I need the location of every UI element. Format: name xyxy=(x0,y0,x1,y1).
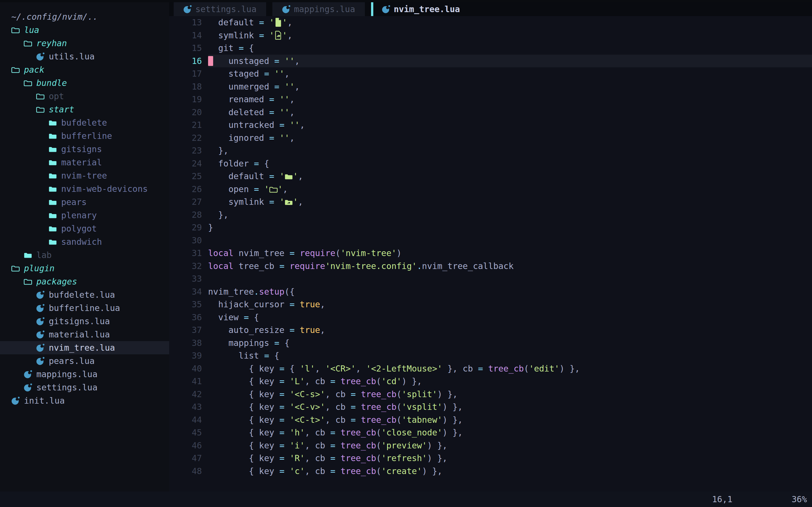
tab-label: nvim_tree.lua xyxy=(394,4,460,14)
code-line-21[interactable]: 21 untracked = '', xyxy=(169,119,812,131)
code-line-14[interactable]: 14 symlink = '', xyxy=(169,29,812,42)
tree-item-init-lua[interactable]: init.lua xyxy=(0,394,169,407)
line-number: 24 xyxy=(169,157,202,170)
tree-item-opt[interactable]: opt xyxy=(0,90,169,103)
line-number: 22 xyxy=(169,131,202,145)
code-line-22[interactable]: 22 ignored = '', xyxy=(169,131,812,145)
tree-item-nvim-tree-lua[interactable]: nvim_tree.lua xyxy=(0,341,169,354)
code-line-26[interactable]: 26 open = '', xyxy=(169,183,812,196)
code-line-18[interactable]: 18 unmerged = '', xyxy=(169,80,812,93)
code-line-17[interactable]: 17 staged = '', xyxy=(169,67,812,80)
tree-item-label: lab xyxy=(36,250,52,260)
code-line-20[interactable]: 20 deleted = '', xyxy=(169,106,812,119)
tree-item-gitsigns[interactable]: gitsigns xyxy=(0,143,169,156)
tab-mappings-lua[interactable]: mappings.lua xyxy=(272,2,365,16)
folder-icon xyxy=(49,238,57,246)
code-line-34[interactable]: 34nvim_tree.setup({ xyxy=(169,285,812,298)
tree-item-label: gitsigns xyxy=(61,144,102,154)
code-line-44[interactable]: 44 { key = '<C-t>', cb = tree_cb('tabnew… xyxy=(169,413,812,427)
tree-item-lua[interactable]: lua xyxy=(0,23,169,37)
tree-item-label: polygot xyxy=(61,224,97,233)
code-line-30[interactable]: 30 xyxy=(169,234,812,247)
tree-item-packages[interactable]: packages xyxy=(0,275,169,288)
tree-item-gitsigns-lua[interactable]: gitsigns.lua xyxy=(0,315,169,328)
code-line-16[interactable]: 16 unstaged = '', xyxy=(169,55,812,68)
line-number: 31 xyxy=(169,247,202,260)
code-line-40[interactable]: 40 { key = { 'l', '<CR>', '<2-LeftMouse>… xyxy=(169,362,812,375)
code-line-27[interactable]: 27 symlink = '', xyxy=(169,195,812,209)
tree-item-label: bufdelete.lua xyxy=(49,290,115,300)
tree-item-label: init.lua xyxy=(24,396,65,406)
tab-nvim-tree-lua[interactable]: nvim_tree.lua xyxy=(371,2,470,16)
tree-item-polygot[interactable]: polygot xyxy=(0,222,169,235)
code-line-42[interactable]: 42 { key = '<C-s>', cb = tree_cb('split'… xyxy=(169,388,812,401)
tree-item-bufferline[interactable]: bufferline xyxy=(0,129,169,143)
tree-item-pack[interactable]: pack xyxy=(0,63,169,76)
line-number: 37 xyxy=(169,324,202,337)
code-line-32[interactable]: 32local tree_cb = require'nvim-tree.conf… xyxy=(169,260,812,273)
code-line-28[interactable]: 28 }, xyxy=(169,209,812,221)
line-number: 44 xyxy=(169,413,202,427)
tree-item-lab[interactable]: lab xyxy=(0,248,169,262)
tree-item-label: plenary xyxy=(61,210,97,220)
tree-item-utils-lua[interactable]: utils.lua xyxy=(0,50,169,63)
code-line-31[interactable]: 31local nvim_tree = require('nvim-tree') xyxy=(169,247,812,260)
tree-item-bufdelete-lua[interactable]: bufdelete.lua xyxy=(0,288,169,301)
lua-file-icon xyxy=(282,5,290,13)
line-number: 41 xyxy=(169,375,202,388)
code-line-41[interactable]: 41 { key = 'L', cb = tree_cb('cd') }, xyxy=(169,375,812,388)
code-line-33[interactable]: 33 xyxy=(169,272,812,285)
lua-file-icon xyxy=(183,5,192,13)
code-line-48[interactable]: 48 { key = 'c', cb = tree_cb('create') }… xyxy=(169,465,812,478)
code-line-19[interactable]: 19 renamed = '', xyxy=(169,93,812,106)
tree-item-pears-lua[interactable]: pears.lua xyxy=(0,354,169,368)
tree-item-bundle[interactable]: bundle xyxy=(0,76,169,90)
code-line-47[interactable]: 47 { key = 'R', cb = tree_cb('refresh') … xyxy=(169,452,812,465)
code-line-15[interactable]: 15 git = { xyxy=(169,42,812,55)
code-line-29[interactable]: 29} xyxy=(169,221,812,234)
tree-item-material[interactable]: material xyxy=(0,156,169,169)
line-text: { key = '<C-t>', cb = tree_cb('tabnew') … xyxy=(208,413,812,427)
tree-item-nvim-tree[interactable]: nvim-tree xyxy=(0,169,169,182)
tree-item-label: pears.lua xyxy=(49,356,95,366)
code-line-46[interactable]: 46 { key = 'i', cb = tree_cb('preview') … xyxy=(169,439,812,452)
tree-item-pears[interactable]: pears xyxy=(0,195,169,209)
line-number: 48 xyxy=(169,465,202,478)
line-text: } xyxy=(208,221,812,234)
tree-item-label: sandwich xyxy=(61,237,102,247)
file-tree: luareyhanutils.luapackbundleoptstartbufd… xyxy=(0,23,169,407)
code-line-35[interactable]: 35 hijack_cursor = true, xyxy=(169,298,812,311)
code-line-45[interactable]: 45 { key = 'h', cb = tree_cb('close_node… xyxy=(169,426,812,439)
tree-item-nvim-web-devicons[interactable]: nvim-web-devicons xyxy=(0,182,169,195)
tab-settings-lua[interactable]: settings.lua xyxy=(174,2,266,16)
code-line-37[interactable]: 37 auto_resize = true, xyxy=(169,324,812,337)
tree-item-bufferline-lua[interactable]: bufferline.lua xyxy=(0,301,169,315)
tree-item-label: lua xyxy=(24,25,39,35)
tree-item-sandwich[interactable]: sandwich xyxy=(0,235,169,248)
code-line-24[interactable]: 24 folder = { xyxy=(169,157,812,170)
tree-item-settings-lua[interactable]: settings.lua xyxy=(0,381,169,394)
tree-item-reyhan[interactable]: reyhan xyxy=(0,37,169,50)
tree-item-label: bundle xyxy=(36,78,67,88)
editor-buffer[interactable]: 13 default = '',14 symlink = '',15 git =… xyxy=(169,16,812,492)
line-text: unstaged = '', xyxy=(208,55,812,68)
line-number: 19 xyxy=(169,93,202,106)
code-line-36[interactable]: 36 view = { xyxy=(169,311,812,324)
tree-item-plenary[interactable]: plenary xyxy=(0,209,169,222)
tree-item-label: start xyxy=(49,105,74,114)
code-line-39[interactable]: 39 list = { xyxy=(169,349,812,362)
code-line-13[interactable]: 13 default = '', xyxy=(169,16,812,29)
tree-item-mappings-lua[interactable]: mappings.lua xyxy=(0,368,169,381)
tree-item-material-lua[interactable]: material.lua xyxy=(0,328,169,341)
code-line-38[interactable]: 38 mappings = { xyxy=(169,337,812,349)
line-text: }, xyxy=(208,209,812,221)
tree-item-plugin[interactable]: plugin xyxy=(0,262,169,275)
code-line-25[interactable]: 25 default = '', xyxy=(169,170,812,183)
tree-item-label: bufferline.lua xyxy=(49,303,120,313)
lua-file-icon xyxy=(24,370,32,379)
tree-item-start[interactable]: start xyxy=(0,103,169,116)
code-line-23[interactable]: 23 }, xyxy=(169,144,812,157)
tree-item-label: nvim_tree.lua xyxy=(49,343,115,353)
code-line-43[interactable]: 43 { key = '<C-v>', cb = tree_cb('vsplit… xyxy=(169,400,812,413)
tree-item-bufdelete[interactable]: bufdelete xyxy=(0,116,169,129)
